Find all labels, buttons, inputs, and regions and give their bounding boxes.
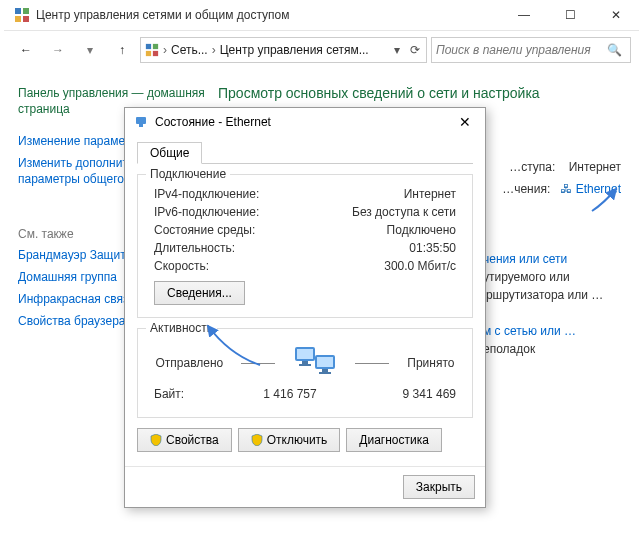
- diagnose-button[interactable]: Диагностика: [346, 428, 442, 452]
- window-title: Центр управления сетями и общим доступом: [36, 8, 501, 22]
- breadcrumb-segment[interactable]: Сеть...: [171, 43, 208, 57]
- activity-group-label: Активность: [146, 321, 217, 335]
- ipv4-value: Интернет: [404, 187, 456, 201]
- svg-rect-16: [322, 369, 328, 372]
- svg-rect-15: [317, 357, 333, 367]
- chevron-right-icon: ›: [163, 43, 167, 57]
- bytes-received-value: 9 341 469: [356, 387, 456, 401]
- svg-rect-12: [302, 361, 308, 364]
- svg-rect-13: [299, 364, 311, 366]
- properties-button[interactable]: Свойства: [137, 428, 232, 452]
- address-dropdown[interactable]: ▾: [390, 43, 404, 57]
- disable-button-label: Отключить: [267, 433, 328, 447]
- access-type-value: Интернет: [569, 160, 621, 174]
- connections-label: …чения:: [502, 182, 550, 196]
- connection-group-label: Подключение: [146, 167, 230, 181]
- divider-line: [241, 363, 275, 364]
- svg-rect-7: [153, 51, 158, 56]
- maximize-button[interactable]: ☐: [547, 0, 593, 30]
- svg-rect-8: [136, 117, 146, 124]
- chevron-right-icon: ›: [212, 43, 216, 57]
- duration-value: 01:35:50: [409, 241, 456, 255]
- search-icon: 🔍: [607, 43, 622, 57]
- address-icon: [145, 43, 159, 57]
- minimize-button[interactable]: —: [501, 0, 547, 30]
- divider-line: [355, 363, 389, 364]
- received-label: Принято: [407, 356, 454, 370]
- dialog-title: Состояние - Ethernet: [155, 115, 449, 129]
- forward-button[interactable]: →: [44, 37, 72, 63]
- tab-general[interactable]: Общие: [137, 142, 202, 164]
- bytes-sent-value: 1 416 757: [224, 387, 356, 401]
- setup-connection-desc: …утируемого или маршрутизатора или …: [471, 268, 621, 304]
- ipv4-label: IPv4-подключение:: [154, 187, 259, 201]
- computers-icon: [293, 345, 337, 381]
- svg-rect-9: [139, 124, 143, 127]
- svg-rect-6: [146, 51, 151, 56]
- dialog-titlebar: Состояние - Ethernet ✕: [125, 108, 485, 136]
- window-close-button[interactable]: ✕: [593, 0, 639, 30]
- media-state-value: Подключено: [387, 223, 456, 237]
- ethernet-status-dialog: Состояние - Ethernet ✕ Общие Подключение…: [124, 107, 486, 508]
- disable-button[interactable]: Отключить: [238, 428, 341, 452]
- ipv6-value: Без доступа к сети: [352, 205, 456, 219]
- media-state-label: Состояние среды:: [154, 223, 255, 237]
- control-panel-icon: [14, 7, 30, 23]
- svg-rect-2: [15, 16, 21, 22]
- titlebar: Центр управления сетями и общим доступом…: [4, 0, 639, 31]
- dialog-tabs: Общие: [137, 142, 473, 164]
- svg-rect-3: [23, 16, 29, 22]
- troubleshoot-link[interactable]: …м с сетью или …: [471, 324, 576, 338]
- svg-rect-1: [23, 8, 29, 14]
- ethernet-icon: 🖧: [560, 182, 572, 196]
- history-dropdown[interactable]: ▾: [76, 37, 104, 63]
- activity-group: Активность Отправлено: [137, 328, 473, 418]
- svg-rect-17: [319, 372, 331, 374]
- connection-group: Подключение IPv4-подключение:Интернет IP…: [137, 174, 473, 318]
- search-placeholder: Поиск в панели управления: [436, 43, 591, 57]
- refresh-button[interactable]: ⟳: [408, 43, 422, 57]
- up-button[interactable]: ↑: [108, 37, 136, 63]
- tasks-block: …чения или сети …утируемого или маршрути…: [471, 250, 621, 358]
- bytes-label: Байт:: [154, 387, 224, 401]
- dialog-close-button[interactable]: ✕: [449, 110, 481, 134]
- svg-rect-0: [15, 8, 21, 14]
- ipv6-label: IPv6-подключение:: [154, 205, 259, 219]
- svg-rect-11: [297, 349, 313, 359]
- ethernet-icon: [133, 114, 149, 130]
- properties-button-label: Свойства: [166, 433, 219, 447]
- breadcrumb-segment[interactable]: Центр управления сетям...: [220, 43, 369, 57]
- nav-row: ← → ▾ ↑ › Сеть... › Центр управления сет…: [4, 31, 639, 67]
- troubleshoot-desc: …еполадок: [471, 340, 621, 358]
- details-button[interactable]: Сведения...: [154, 281, 245, 305]
- speed-label: Скорость:: [154, 259, 209, 273]
- svg-rect-4: [146, 44, 151, 49]
- duration-label: Длительность:: [154, 241, 235, 255]
- search-input[interactable]: Поиск в панели управления 🔍: [431, 37, 631, 63]
- access-type-label: …ступа:: [509, 160, 555, 174]
- svg-rect-5: [153, 44, 158, 49]
- dialog-close-bottom-button[interactable]: Закрыть: [403, 475, 475, 499]
- connection-summary: …ступа: Интернет …чения: 🖧 Ethernet: [502, 156, 621, 200]
- back-button[interactable]: ←: [12, 37, 40, 63]
- ethernet-link[interactable]: Ethernet: [576, 182, 621, 196]
- speed-value: 300.0 Мбит/с: [384, 259, 456, 273]
- address-bar[interactable]: › Сеть... › Центр управления сетям... ▾ …: [140, 37, 427, 63]
- sent-label: Отправлено: [156, 356, 224, 370]
